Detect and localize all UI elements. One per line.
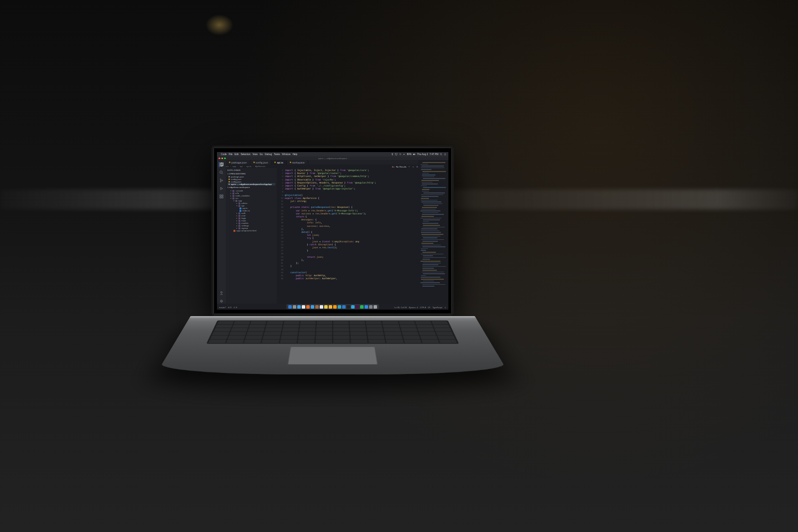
macos-menubar[interactable]: Code File Edit Selection View Go Debug T… xyxy=(217,152,448,157)
debug-icon[interactable] xyxy=(219,186,224,191)
dock-app-slack[interactable] xyxy=(356,305,359,309)
tree-file[interactable]: app.component.html xyxy=(227,229,275,232)
statusbar-item[interactable]: ☺ xyxy=(444,306,446,309)
statusbar-item[interactable]: Ln 35, Col 18 xyxy=(395,306,407,309)
chevron-down-icon[interactable] xyxy=(412,166,414,168)
breadcrumb-segment[interactable]: api.ts xyxy=(246,165,251,168)
macos-dock[interactable] xyxy=(286,304,379,309)
svg-point-7 xyxy=(220,171,222,174)
battery-percent[interactable]: 80% xyxy=(407,153,412,156)
wifi-icon[interactable] xyxy=(399,153,401,156)
chevron-up-icon[interactable] xyxy=(408,166,410,168)
open-editors-section[interactable]: ▾ OPEN EDITORS xyxy=(227,173,275,175)
source-control-icon[interactable] xyxy=(219,178,224,183)
code-editor[interactable]: 1234567891011121314151617181920212223242… xyxy=(277,168,418,304)
control-center-icon[interactable] xyxy=(444,153,446,156)
airplay-icon[interactable] xyxy=(395,153,398,156)
extensions-icon[interactable] xyxy=(219,194,224,199)
laptop-base xyxy=(156,316,509,374)
dock-app-skype[interactable] xyxy=(351,305,355,309)
statusbar-item[interactable]: master* xyxy=(219,306,226,309)
menubar-time[interactable]: 7:47 PM xyxy=(429,153,438,156)
find-no-results: No Results xyxy=(396,166,406,168)
statusbar-item[interactable]: Spaces: 4 xyxy=(409,306,418,309)
dock-app-sketch[interactable] xyxy=(329,305,332,309)
vscode-titlebar: api.ts — edgebase-workspace xyxy=(217,157,448,160)
volume-icon[interactable] xyxy=(403,153,405,156)
svg-rect-12 xyxy=(222,195,223,196)
statusbar-item[interactable]: ⊘ 0 xyxy=(228,306,231,309)
editor-tabstrip[interactable]: package.jsonconfig.jsonapi.tsworkspace xyxy=(226,160,418,165)
dock-app-finder[interactable] xyxy=(288,305,292,309)
dock-app-safari[interactable] xyxy=(297,305,301,309)
statusbar-item[interactable]: UTF-8 xyxy=(420,306,426,309)
spotlight-icon[interactable] xyxy=(440,153,442,156)
menu-tasks[interactable]: Tasks xyxy=(274,153,280,156)
dock-app-firefox[interactable] xyxy=(306,305,310,309)
statusbar-left[interactable]: master*⊘ 0⚠ 0 xyxy=(219,306,237,309)
dock-app-terminal[interactable] xyxy=(347,305,350,309)
svg-rect-0 xyxy=(395,154,397,155)
menu-go[interactable]: Go xyxy=(260,153,263,156)
dock-app-spotify[interactable] xyxy=(360,305,364,309)
window-minimize-icon[interactable] xyxy=(221,158,223,160)
explorer-sidebar[interactable]: EXPLORER ▾ OPEN EDITORS package.jsonconf… xyxy=(226,168,277,304)
line-gutter: 1234567891011121314151617181920212223242… xyxy=(277,168,285,304)
breadcrumb-segment[interactable]: ApiService xyxy=(255,165,266,168)
activity-bar[interactable] xyxy=(217,160,226,304)
laptop-bezel: Code File Edit Selection View Go Debug T… xyxy=(211,146,454,316)
open-editor-item[interactable]: api.ts — edgebase-workspace/src/app/api xyxy=(227,183,275,185)
dock-app-mail[interactable] xyxy=(311,305,314,309)
menu-file[interactable]: File xyxy=(228,153,232,156)
statusbar-item[interactable]: TypeScript xyxy=(432,306,442,309)
editor-tab[interactable]: package.json xyxy=(226,160,250,165)
menu-debug[interactable]: Debug xyxy=(265,153,272,156)
breadcrumb-segment[interactable]: api xyxy=(240,165,243,168)
dock-app-illustrator[interactable] xyxy=(333,305,337,309)
accounts-icon[interactable] xyxy=(219,291,224,296)
dock-app-photoshop[interactable] xyxy=(338,305,341,309)
dock-app-notes[interactable] xyxy=(324,305,328,309)
dock-app-contacts[interactable] xyxy=(315,305,319,309)
dock-app-vscode[interactable] xyxy=(342,305,346,309)
editor-tab[interactable]: config.json xyxy=(250,160,272,165)
svg-point-4 xyxy=(440,154,442,155)
dock-app-chrome[interactable] xyxy=(302,305,305,309)
window-zoom-icon[interactable] xyxy=(224,158,226,160)
code-content[interactable]: import { Injectable, Inject, Injector } … xyxy=(285,168,418,304)
breadcrumb-segment[interactable]: app xyxy=(232,165,236,168)
gear-icon[interactable] xyxy=(219,299,224,304)
statusbar-right[interactable]: Ln 35, Col 18Spaces: 4UTF-8LFTypeScript☺ xyxy=(395,306,446,309)
menu-edit[interactable]: Edit xyxy=(234,153,238,156)
workspace-root[interactable]: ▾ edgebase-workspace xyxy=(227,186,275,188)
explorer-icon[interactable] xyxy=(219,162,224,167)
battery-icon[interactable] xyxy=(413,153,415,156)
search-icon[interactable] xyxy=(219,170,224,175)
svg-point-8 xyxy=(220,179,221,180)
dock-app-calendar[interactable] xyxy=(320,305,323,309)
editor-tab[interactable]: api.ts xyxy=(271,160,286,165)
menu-window[interactable]: Window xyxy=(282,153,290,156)
menubar-date[interactable]: Thu Aug 2 xyxy=(417,153,428,156)
macos-screen: Code File Edit Selection View Go Debug T… xyxy=(217,152,448,310)
menu-selection[interactable]: Selection xyxy=(240,153,250,156)
dock-app-trash[interactable] xyxy=(374,305,377,309)
dock-app-preferences[interactable] xyxy=(369,305,373,309)
breadcrumbs[interactable]: src›app›api›api.ts›ApiService xyxy=(226,165,265,168)
menubar-app-name[interactable]: Code xyxy=(221,153,226,156)
editor-tab[interactable]: workspace xyxy=(287,160,308,165)
menu-help[interactable]: Help xyxy=(292,153,297,156)
menu-view[interactable]: View xyxy=(252,153,257,156)
svg-rect-11 xyxy=(220,195,221,196)
statusbar-item[interactable]: ⚠ 0 xyxy=(233,306,237,309)
breadcrumb-segment[interactable]: src xyxy=(226,165,229,168)
minimap[interactable] xyxy=(418,160,448,304)
svg-rect-13 xyxy=(220,197,221,198)
statusbar-item[interactable]: LF xyxy=(428,306,430,309)
svg-point-10 xyxy=(222,180,223,181)
dock-app-appstore[interactable] xyxy=(365,305,368,309)
window-close-icon[interactable] xyxy=(218,158,220,160)
dock-app-launchpad[interactable] xyxy=(293,305,296,309)
macos-dock-area: master*⊘ 0⚠ 0 Ln 35, Col 18Spaces: 4UTF-… xyxy=(217,304,448,310)
bluetooth-icon[interactable] xyxy=(391,153,394,156)
